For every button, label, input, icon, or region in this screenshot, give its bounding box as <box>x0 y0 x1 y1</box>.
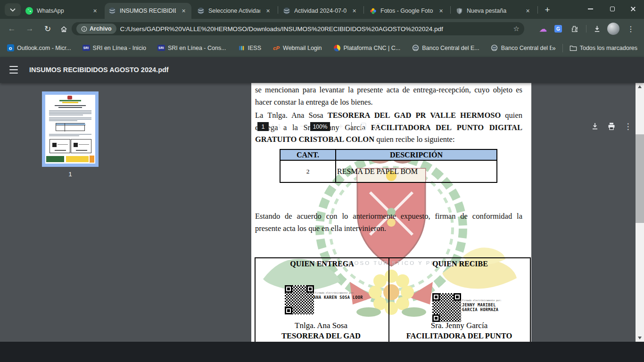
globe-favicon-icon <box>491 44 498 52</box>
tab-close-button[interactable]: × <box>264 7 272 15</box>
window-minimize-button[interactable] <box>579 0 601 18</box>
table-cell-qty: 2 <box>280 160 336 182</box>
back-button[interactable]: ← <box>5 22 19 36</box>
maximize-icon <box>610 7 615 11</box>
pdf-menu-button[interactable] <box>9 66 19 74</box>
file-scheme-chip[interactable]: Archivo <box>76 24 116 34</box>
scroll-down-button[interactable] <box>636 334 644 342</box>
sri-icon: SRI <box>83 44 90 52</box>
rotate-button[interactable] <box>372 120 384 132</box>
pdf-download-button[interactable] <box>589 120 601 132</box>
tab-divider <box>537 6 538 14</box>
cpanel-icon: cP <box>272 44 280 52</box>
cloud-icon: ☁ <box>539 25 547 33</box>
bookmark-webmail[interactable]: cP Webmail Login <box>272 44 322 52</box>
tab-close-button[interactable]: × <box>437 7 445 15</box>
all-bookmarks-label: Todos los marcadores <box>580 45 637 51</box>
tab-search-button[interactable] <box>5 3 21 16</box>
esign-label-right: Firmado electrónicamente por: <box>462 299 502 302</box>
zoom-level: 100% <box>310 122 330 131</box>
downloads-button[interactable] <box>591 23 603 34</box>
doc-paragraph-2: La Tnlga. Ana Sosa TESORERA DEL GAD PR V… <box>255 109 522 146</box>
page-number-input[interactable]: 1 <box>257 122 269 131</box>
vertical-scrollbar[interactable] <box>636 83 644 342</box>
pdf-more-options-button[interactable]: ⋮ <box>622 120 634 132</box>
profile-avatar[interactable] <box>607 23 619 35</box>
zoom-in-button[interactable]: + <box>336 121 346 132</box>
globe-favicon-icon <box>197 7 205 15</box>
triangle-down-icon <box>638 337 642 339</box>
tab-close-button[interactable]: × <box>91 7 99 15</box>
tab-title: INSUMOS RECIBIDID <box>120 8 176 14</box>
page-separator: / <box>272 123 273 130</box>
signature-header-entrega: QUIEN ENTREGA <box>256 260 388 268</box>
address-bar[interactable]: Archivo C:/Users/GADPR%20VALLE%20HERMOSO… <box>72 22 524 35</box>
window-maximize-button[interactable] <box>602 0 623 18</box>
bookmark-label: IESS <box>248 45 262 51</box>
scrollbar-thumb[interactable] <box>636 134 644 223</box>
bookmark-sri-consultas[interactable]: SRI SRI en Línea - Cons... <box>157 44 226 52</box>
pdf-print-button[interactable] <box>605 120 618 132</box>
tab-nueva-pestana[interactable]: Nueva pestaña × <box>452 3 536 19</box>
reload-button[interactable]: ↻ <box>41 22 55 36</box>
bookmark-plataforma-cnc[interactable]: Plataforma CNC | C... <box>333 44 401 52</box>
tab-insumos-pdf-active[interactable]: INSUMOS RECIBIDID × <box>105 3 191 19</box>
google-photos-icon <box>369 7 377 15</box>
extensions-puzzle-button[interactable] <box>569 23 580 34</box>
bookmark-banco-central-1[interactable]: Banco Central del E... <box>412 44 479 52</box>
page-thumbnail[interactable] <box>42 91 99 167</box>
bookmark-banco-central-2[interactable]: Banco Central del E... <box>491 44 559 52</box>
bookmark-outlook[interactable]: o Outlook.com - Micr... <box>7 44 71 52</box>
tab-title: Nueva pestaña <box>467 8 520 14</box>
all-bookmarks-button[interactable]: Todos los marcadores <box>570 44 637 52</box>
window-close-button[interactable] <box>622 0 644 18</box>
close-icon <box>630 6 636 12</box>
bookmark-sri-inicio[interactable]: SRI SRI en Línea - Inicio <box>83 44 146 52</box>
tab-close-button[interactable]: × <box>180 7 188 15</box>
table-header-row: CANT. DESCRIPCIÓN <box>280 149 497 160</box>
bookmark-label: SRI en Línea - Inicio <box>93 45 146 51</box>
overflow-bookmarks-button[interactable]: » <box>552 44 555 52</box>
bookmark-label: Outlook.com - Micr... <box>17 45 71 51</box>
browser-toolbar: ← → ↻ Archivo C:/Users/GADPR%20VALLE%20H… <box>0 19 644 39</box>
table-cell-description: RESMA DE PAPEL BOM <box>336 160 497 182</box>
zoom-out-button[interactable]: − <box>297 121 307 132</box>
tab-google-fotos[interactable]: Fotos - Google Fotos × <box>365 3 449 19</box>
fit-page-icon <box>359 122 368 131</box>
home-button[interactable] <box>57 22 71 36</box>
new-tab-button[interactable]: + <box>541 4 553 16</box>
items-table: CANT. DESCRIPCIÓN 2 RESMA DE PAPEL BOM <box>280 149 497 183</box>
extension-translate-button[interactable]: G <box>553 23 564 34</box>
signer-name-right: Sra. Jenny García <box>388 321 531 330</box>
info-icon <box>81 26 87 32</box>
esign-name-right-line2: GARCIA HORMAZA <box>462 307 498 312</box>
translate-icon: G <box>554 25 562 33</box>
forward-button[interactable]: → <box>23 22 37 36</box>
signer-role-left: TESORERA DEL GAD <box>255 331 388 341</box>
chevron-down-icon <box>10 8 16 12</box>
extension-cloud-button[interactable]: ☁ <box>537 23 549 34</box>
qr-code-signature-left <box>285 285 314 314</box>
bookmark-star-icon[interactable]: ☆ <box>513 25 520 33</box>
triangle-up-icon <box>638 85 642 88</box>
qr-code-signature-right <box>432 293 461 322</box>
tab-whatsapp[interactable]: WhatsApp × <box>22 3 103 19</box>
bookmark-label: Webmail Login <box>283 45 322 51</box>
scroll-up-button[interactable] <box>636 83 644 90</box>
tab-close-button[interactable]: × <box>524 7 532 15</box>
cnc-icon <box>333 44 341 52</box>
tab-divider <box>363 6 364 14</box>
tab-divider <box>450 6 451 14</box>
browser-menu-button[interactable]: ⋮ <box>625 23 636 34</box>
tab-close-button[interactable]: × <box>350 7 358 15</box>
tab-title: WhatsApp <box>37 8 87 14</box>
table-header-cant: CANT. <box>280 149 336 160</box>
fit-to-page-button[interactable] <box>357 120 370 132</box>
esign-label-left: Firmado electrónicamente por: <box>315 292 355 294</box>
signer-role-right: FACILITADORA DEL PUNTO <box>388 331 531 341</box>
shield-favicon-icon <box>455 7 463 15</box>
tab-seleccione-actividad[interactable]: Seleccione Actividad × <box>193 3 276 19</box>
tab-actividad[interactable]: Actividad 2024-07-05 × <box>279 3 362 19</box>
bookmark-iess[interactable]: IESS <box>238 44 262 52</box>
outlook-icon: o <box>7 44 14 52</box>
